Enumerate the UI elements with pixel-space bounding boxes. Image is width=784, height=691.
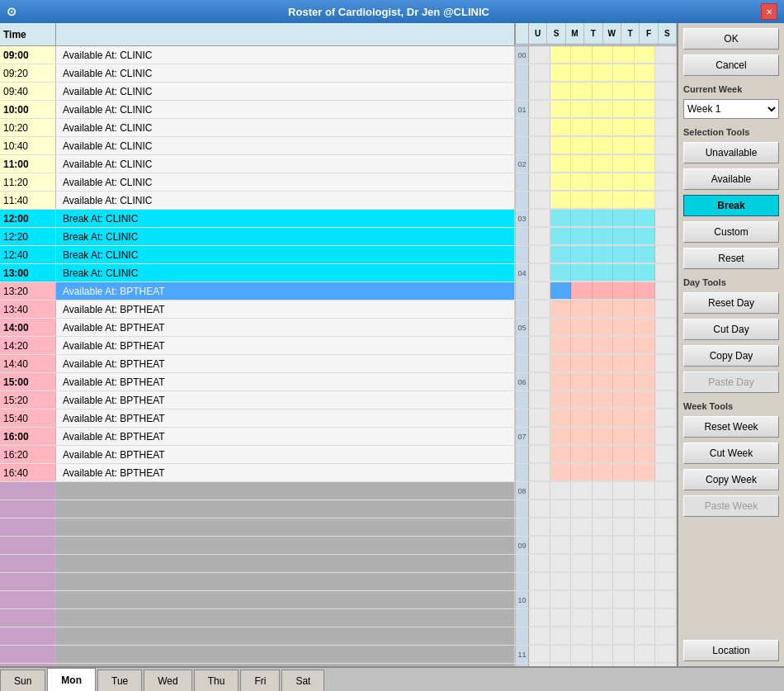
mini-day-cell xyxy=(550,391,572,409)
mini-day-cell xyxy=(655,446,677,463)
schedule-row[interactable]: 13:20Available At: BPTHEAT xyxy=(0,282,677,301)
time-cell: 12:40 xyxy=(0,246,56,263)
paste-week-button[interactable]: Paste Week xyxy=(683,495,779,517)
schedule-row[interactable]: 12:20Break At: CLINIC xyxy=(0,228,677,246)
reset-button[interactable]: Reset xyxy=(683,248,779,269)
break-button[interactable]: Break xyxy=(683,195,779,216)
custom-button[interactable]: Custom xyxy=(683,221,779,243)
schedule-row[interactable]: 15:00Available At: BPTHEAT06 xyxy=(0,373,677,391)
mini-day-cell xyxy=(593,518,614,536)
schedule-row[interactable]: 09 xyxy=(0,537,677,555)
cancel-button[interactable]: Cancel xyxy=(683,54,779,76)
cut-day-button[interactable]: Cut Day xyxy=(683,319,779,340)
schedule-row[interactable] xyxy=(0,518,677,537)
mini-day-cell xyxy=(655,46,677,64)
schedule-row[interactable]: 11:00Available At: CLINIC02 xyxy=(0,155,677,173)
description-cell xyxy=(56,573,515,590)
schedule-row[interactable]: 10:20Available At: CLINIC xyxy=(0,119,677,137)
mini-day-cell xyxy=(635,137,656,154)
reset-week-button[interactable]: Reset Week xyxy=(683,416,779,438)
schedule-row[interactable] xyxy=(0,573,677,591)
mini-day-cell xyxy=(550,228,572,245)
schedule-row[interactable]: 10:00Available At: CLINIC01 xyxy=(0,101,677,119)
schedule-row[interactable]: 16:00Available At: BPTHEAT07 xyxy=(0,428,677,446)
mini-day-cell xyxy=(529,627,550,645)
mini-day-cell xyxy=(529,246,550,263)
title-bar-title: Roster of Cardiologist, Dr Jen @CLINIC xyxy=(17,6,761,18)
schedule-row[interactable]: 13:00Break At: CLINIC04 xyxy=(0,264,677,282)
schedule-row[interactable] xyxy=(0,500,677,518)
mini-day-cell xyxy=(550,609,572,627)
schedule-row[interactable]: 09:20Available At: CLINIC xyxy=(0,64,677,83)
ok-button[interactable]: OK xyxy=(683,28,779,50)
tab-mon[interactable]: Mon xyxy=(47,668,96,691)
schedule-row[interactable]: 13:40Available At: BPTHEAT xyxy=(0,301,677,319)
mini-day-cell xyxy=(550,627,572,645)
schedule-row[interactable] xyxy=(0,627,677,646)
schedule-row[interactable]: 09:00Available At: CLINIC00 xyxy=(0,46,677,64)
schedule-row[interactable] xyxy=(0,555,677,573)
schedule-row[interactable]: 12:00Break At: CLINIC03 xyxy=(0,210,677,228)
schedule-row[interactable]: 15:40Available At: BPTHEAT xyxy=(0,409,677,428)
mini-day-cell xyxy=(550,482,572,499)
tab-sun[interactable]: Sun xyxy=(0,670,45,691)
close-button[interactable]: ✕ xyxy=(761,3,777,20)
schedule-row[interactable]: 10:40Available At: CLINIC xyxy=(0,137,677,155)
copy-week-button[interactable]: Copy Week xyxy=(683,469,779,490)
schedule-row[interactable]: 10 xyxy=(0,591,677,609)
mini-day-cell xyxy=(635,83,656,100)
description-cell xyxy=(56,537,515,554)
mini-day-cell xyxy=(571,210,593,227)
location-button[interactable]: Location xyxy=(683,640,779,661)
paste-day-button[interactable]: Paste Day xyxy=(683,372,779,393)
tab-fri[interactable]: Fri xyxy=(240,670,280,691)
schedule-row[interactable]: 09:40Available At: CLINIC xyxy=(0,83,677,101)
schedule-row[interactable]: 08 xyxy=(0,482,677,500)
schedule-row[interactable]: 11 xyxy=(0,646,677,664)
mini-day-cell xyxy=(655,537,677,554)
mini-day-cell xyxy=(550,137,572,154)
mini-chart-cell: 10 xyxy=(515,591,677,608)
mini-day-cell xyxy=(655,319,677,336)
schedule-row[interactable]: 14:40Available At: BPTHEAT xyxy=(0,355,677,373)
schedule-row[interactable]: 16:40Available At: BPTHEAT xyxy=(0,464,677,482)
mini-day-cell xyxy=(550,64,572,82)
schedule-row[interactable]: 14:20Available At: BPTHEAT xyxy=(0,337,677,355)
schedule-row[interactable]: 11:40Available At: CLINIC xyxy=(0,192,677,210)
mini-day-cell xyxy=(529,446,550,463)
mini-day-cell xyxy=(613,301,635,318)
tab-thu[interactable]: Thu xyxy=(194,670,239,691)
tab-sat[interactable]: Sat xyxy=(281,670,324,691)
mini-day-cell xyxy=(593,409,614,427)
description-cell: Available At: BPTHEAT xyxy=(56,409,515,427)
mini-day-cell xyxy=(550,246,572,263)
description-cell: Available At: BPTHEAT xyxy=(56,319,515,336)
mini-day-cell xyxy=(635,646,656,663)
schedule-row[interactable]: 16:20Available At: BPTHEAT xyxy=(0,446,677,464)
schedule-row[interactable]: 14:00Available At: BPTHEAT05 xyxy=(0,319,677,337)
mini-day-cell xyxy=(593,355,614,372)
reset-day-button[interactable]: Reset Day xyxy=(683,292,779,314)
mini-day-cell xyxy=(655,83,677,100)
ruler-tick xyxy=(516,137,529,154)
mini-day-cell xyxy=(613,409,635,427)
available-button[interactable]: Available xyxy=(683,168,779,190)
mini-day-cell xyxy=(655,301,677,318)
schedule-row[interactable]: 15:20Available At: BPTHEAT xyxy=(0,391,677,409)
mini-day-cell xyxy=(613,518,635,536)
tab-tue[interactable]: Tue xyxy=(97,670,142,691)
week-select[interactable]: Week 1Week 2Week 3Week 4 xyxy=(683,99,779,119)
unavailable-button[interactable]: Unavailable xyxy=(683,142,779,163)
schedule-row[interactable]: 11:20Available At: CLINIC xyxy=(0,173,677,192)
tab-wed[interactable]: Wed xyxy=(144,670,191,691)
ruler-tick: 05 xyxy=(516,319,529,336)
mini-day-cell xyxy=(593,173,614,191)
copy-day-button[interactable]: Copy Day xyxy=(683,345,779,367)
cut-week-button[interactable]: Cut Week xyxy=(683,443,779,464)
description-cell: Available At: BPTHEAT xyxy=(56,301,515,318)
schedule-row[interactable] xyxy=(0,609,677,627)
mini-header-day: W xyxy=(603,23,621,44)
schedule-row[interactable]: 12:40Break At: CLINIC xyxy=(0,246,677,264)
mini-day-cell xyxy=(529,119,550,136)
mini-day-cell xyxy=(593,246,614,263)
